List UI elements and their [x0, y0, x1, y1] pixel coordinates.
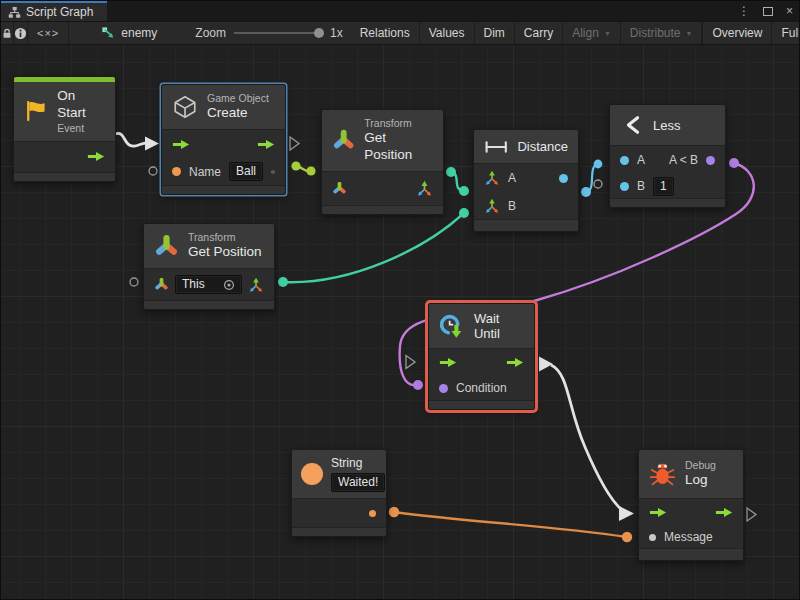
graph-canvas[interactable]: On Start Event Game Object Create	[1, 45, 800, 600]
lock-button[interactable]	[1, 22, 14, 44]
unconnected-flow-indicator	[290, 137, 299, 150]
tab-script-graph[interactable]: Script Graph	[1, 1, 107, 21]
node-less[interactable]: Less A A < B B 1	[609, 104, 726, 208]
node-distance[interactable]: Distance A B	[473, 129, 579, 232]
dim-button[interactable]: Dim	[475, 22, 515, 44]
values-button[interactable]: Values	[420, 22, 475, 44]
node-title: Create	[207, 105, 269, 122]
graph-name: enemy	[121, 26, 157, 40]
title-bar: Script Graph ⋮ ×	[1, 1, 799, 21]
code-view-button[interactable]: <×>	[28, 22, 69, 44]
b-value-field[interactable]: 1	[653, 177, 674, 196]
wire-distance-to-less-a	[581, 160, 602, 197]
node-string[interactable]: String Waited!	[291, 449, 387, 537]
vector3-input-port-b[interactable]	[484, 198, 500, 214]
overview-button[interactable]: Overview	[702, 22, 772, 44]
message-input-port[interactable]	[649, 534, 656, 541]
string-output-port[interactable]	[369, 510, 376, 517]
align-dropdown[interactable]: Align▼	[563, 22, 621, 44]
flag-icon	[23, 98, 48, 124]
node-get-position-1[interactable]: Transform Get Position	[321, 109, 444, 215]
transform-input-port[interactable]	[332, 181, 347, 196]
target-value: This	[182, 277, 205, 292]
transform-input-port[interactable]	[154, 277, 169, 292]
transform-icon	[154, 234, 179, 259]
node-on-start[interactable]: On Start Event	[13, 76, 116, 182]
string-input-port[interactable]	[172, 167, 181, 176]
vector3-output-port[interactable]	[416, 180, 433, 197]
node-footer	[639, 548, 743, 560]
maximize-icon[interactable]	[763, 7, 773, 16]
zoom-slider[interactable]	[234, 32, 322, 34]
node-footer	[610, 198, 725, 207]
flow-output-port[interactable]	[715, 507, 733, 518]
tab-title: Script Graph	[26, 5, 93, 19]
info-icon	[14, 27, 27, 40]
distribute-dropdown[interactable]: Distribute▼	[621, 22, 703, 44]
flow-output-port[interactable]	[87, 151, 105, 162]
inspect-button[interactable]	[14, 22, 28, 44]
input-b-label: B	[637, 179, 645, 193]
flow-input-port[interactable]	[649, 507, 667, 518]
flow-input-port[interactable]	[439, 357, 457, 368]
node-title: Log	[685, 472, 716, 489]
unconnected-port-indicator	[149, 167, 157, 175]
flow-output-port[interactable]	[257, 139, 275, 150]
input-a-port[interactable]	[620, 156, 629, 165]
close-icon[interactable]: ×	[786, 5, 793, 17]
fullscreen-button[interactable]: Full Screen	[772, 22, 800, 44]
node-footer	[322, 205, 443, 214]
string-value-field[interactable]: Waited!	[331, 473, 385, 492]
string-type-icon	[301, 463, 323, 485]
input-b-label: B	[508, 199, 516, 213]
condition-input-port[interactable]	[439, 384, 448, 393]
flow-input-port[interactable]	[172, 139, 190, 150]
menu-icon[interactable]: ⋮	[738, 5, 750, 17]
carry-label: Carry	[524, 26, 553, 40]
relations-button[interactable]: Relations	[351, 22, 420, 44]
wire-create-to-getposition	[291, 161, 315, 175]
graph-toolbar: <×> enemy Zoom 1x Relations Values Dim C…	[1, 21, 799, 45]
condition-label: Condition	[456, 381, 507, 395]
node-title: Get Position	[364, 130, 433, 164]
node-title: Distance	[517, 139, 568, 154]
vector3-input-port-a[interactable]	[484, 170, 500, 186]
node-title: On Start	[57, 88, 106, 122]
unconnected-port-indicator	[594, 180, 602, 188]
vector3-output-port[interactable]	[248, 277, 264, 293]
node-wait-until[interactable]: Wait Until Condition	[428, 303, 535, 410]
node-debug-log[interactable]: Debug Log Message	[638, 449, 744, 561]
node-footer	[144, 300, 274, 309]
object-picker-icon[interactable]	[223, 279, 235, 291]
float-output-port[interactable]	[559, 174, 568, 183]
bool-output-port[interactable]	[706, 156, 715, 165]
node-footer	[162, 185, 285, 194]
unconnected-flow-indicator	[406, 356, 415, 369]
overview-label: Overview	[712, 26, 762, 40]
node-get-position-2[interactable]: Transform Get Position This	[143, 223, 275, 310]
wire-getposition2-to-distance-b	[278, 208, 469, 287]
node-title: String	[331, 456, 385, 471]
graph-reference[interactable]: enemy	[91, 22, 167, 44]
fullscreen-label: Full Screen	[781, 26, 800, 40]
node-title: Get Position	[188, 244, 262, 261]
flow-output-port[interactable]	[506, 357, 524, 368]
name-field[interactable]: Ball	[229, 162, 263, 181]
hierarchy-icon	[8, 6, 21, 19]
input-b-port[interactable]	[620, 182, 629, 191]
node-footer	[474, 219, 578, 231]
dim-label: Dim	[484, 26, 505, 40]
align-label: Align	[572, 26, 599, 40]
script-graph-window: Script Graph ⋮ × <×>	[0, 0, 800, 600]
cube-icon	[172, 94, 198, 120]
target-field[interactable]: This	[175, 275, 242, 294]
node-title: Less	[653, 118, 680, 133]
less-than-icon	[622, 113, 644, 137]
lock-icon	[1, 27, 13, 40]
node-title: Wait Until	[474, 311, 525, 341]
node-create-game-object[interactable]: Game Object Create Name Ball	[161, 84, 286, 195]
game-object-output-port[interactable]	[271, 164, 275, 180]
node-category: Debug	[685, 459, 716, 472]
carry-button[interactable]: Carry	[515, 22, 563, 44]
zoom-slider-handle[interactable]	[314, 28, 324, 38]
